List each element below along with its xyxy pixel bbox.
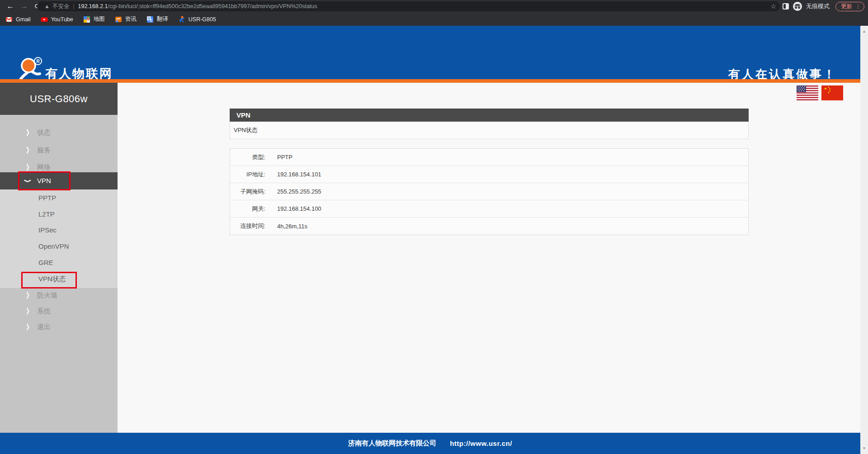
bookmarks-bar: Gmail YouTube 地图 资讯 G文 翻译 <box>0 13 868 26</box>
chevron-right-icon: ❯ <box>25 319 30 335</box>
sidebar-item-gre[interactable]: GRE <box>0 255 118 271</box>
incognito-mode-label: 无痕模式 <box>806 2 830 10</box>
vpn-status-table: 类型: PPTP IP地址: 192.168.154.101 子网掩码: 255… <box>230 148 749 235</box>
gmail-icon <box>5 16 13 23</box>
sidebar-item-pptp[interactable]: PPTP <box>0 190 118 206</box>
device-name: USR-G806w <box>0 83 118 115</box>
back-icon[interactable]: ← <box>4 0 17 13</box>
browser-menu-icon[interactable]: ⋮ <box>855 4 861 9</box>
language-flags <box>797 85 843 100</box>
table-row: 类型: PPTP <box>230 149 748 166</box>
accent-divider <box>0 79 868 83</box>
footer-company: 济南有人物联网技术有限公司 <box>348 439 436 448</box>
maps-icon <box>83 16 90 23</box>
row-label: IP地址: <box>230 170 265 179</box>
row-label: 网关: <box>230 205 265 213</box>
forward-icon[interactable]: → <box>17 0 31 13</box>
url-path: /cgi-bin/luci/;stok=ff94ed500c32be2d5eaa… <box>108 3 317 9</box>
bookmark-translate[interactable]: G文 翻译 <box>146 15 168 23</box>
url-separator: | <box>73 3 74 9</box>
chevron-right-icon: ❯ <box>25 303 30 319</box>
incognito-icon <box>793 2 802 11</box>
page-scrollbar[interactable]: ▲ ▼ <box>860 26 868 454</box>
bookmark-usr-g805[interactable]: USR-G805 <box>178 16 216 23</box>
svg-text:文: 文 <box>150 19 153 23</box>
cn-flag-icon[interactable] <box>821 85 843 100</box>
translate-icon: G文 <box>146 16 154 23</box>
sidebar-item-ipsec[interactable]: IPSec <box>0 222 118 238</box>
sidebar-item-vpn[interactable]: ❯ VPN <box>0 172 118 189</box>
browser-toolbar: ← → ⟳ ▲ 不安全 | 192.168.2.1 /cgi-bin/luci/… <box>0 0 868 13</box>
table-row: 网关: 192.168.154.100 <box>230 200 748 218</box>
sidebar-item-firewall[interactable]: ❯ 防火墙 <box>0 287 118 303</box>
side-panel-icon[interactable] <box>783 3 789 9</box>
sidebar-item-vpn-status[interactable]: VPN状态 <box>0 271 118 287</box>
screen: ← → ⟳ ▲ 不安全 | 192.168.2.1 /cgi-bin/luci/… <box>0 0 868 454</box>
sidebar-item-l2tp[interactable]: L2TP <box>0 206 118 222</box>
bookmark-news[interactable]: 资讯 <box>115 15 137 23</box>
row-value: 4h,26m,11s <box>277 223 307 230</box>
sidebar: USR-G806w ❯ 状态 ❯ 服务 ❯ 网络 ❯ VPN PPTP L2TP… <box>0 83 118 433</box>
row-value: 192.168.154.101 <box>277 171 321 178</box>
chevron-right-icon: ❯ <box>25 142 30 158</box>
ssl-warning-icon: ▲ <box>44 3 50 9</box>
bookmark-star-icon[interactable]: ☆ <box>770 1 776 11</box>
news-icon <box>115 16 122 23</box>
footer-website-link[interactable]: http://www.usr.cn/ <box>450 440 512 447</box>
sidebar-item-logout[interactable]: ❯ 退出 <box>0 319 118 335</box>
bookmark-gmail[interactable]: Gmail <box>5 16 31 23</box>
chevron-down-icon: ❯ <box>25 172 30 189</box>
bookmark-maps[interactable]: 地图 <box>83 15 105 23</box>
table-row: 子网掩码: 255.255.255.255 <box>230 183 748 200</box>
table-row: IP地址: 192.168.154.101 <box>230 166 748 183</box>
panel-subtitle: VPN状态 <box>230 122 749 139</box>
sidebar-item-openvpn[interactable]: OpenVPN <box>0 238 118 255</box>
row-label: 类型: <box>230 153 265 161</box>
chevron-right-icon: ❯ <box>25 124 30 141</box>
update-button[interactable]: 更新 ⋮ <box>835 2 864 11</box>
us-flag-icon[interactable] <box>797 85 818 100</box>
security-label: 不安全 <box>52 3 70 10</box>
site-header: R 有人物联网 工业物联网通信专家 有人在认真做事！ <box>0 26 860 79</box>
usr-favicon-icon <box>178 16 185 23</box>
url-host: 192.168.2.1 <box>78 3 108 9</box>
toolbar-right-cluster: 无痕模式 更新 ⋮ <box>783 0 864 13</box>
sidebar-item-services[interactable]: ❯ 服务 <box>0 142 118 158</box>
row-label: 子网掩码: <box>230 188 265 196</box>
update-label: 更新 <box>841 3 852 10</box>
row-value: 192.168.154.100 <box>277 205 321 212</box>
youtube-icon <box>41 16 48 23</box>
chevron-right-icon: ❯ <box>25 287 30 303</box>
sidebar-item-system[interactable]: ❯ 系统 <box>0 303 118 319</box>
sidebar-item-status[interactable]: ❯ 状态 <box>0 124 118 141</box>
bookmark-youtube[interactable]: YouTube <box>41 16 73 23</box>
svg-text:R: R <box>36 59 40 64</box>
row-value: 255.255.255.255 <box>277 188 321 195</box>
scrollbar-up-icon[interactable]: ▲ <box>860 28 868 35</box>
page-footer: 济南有人物联网技术有限公司 http://www.usr.cn/ <box>0 433 860 454</box>
scrollbar-down-icon[interactable]: ▼ <box>860 445 868 452</box>
row-value: PPTP <box>277 154 292 161</box>
row-label: 连接时间: <box>230 222 265 230</box>
panel-title: VPN <box>230 109 749 122</box>
url-bar[interactable]: ▲ 不安全 | 192.168.2.1 /cgi-bin/luci/;stok=… <box>37 1 780 11</box>
table-row: 连接时间: 4h,26m,11s <box>230 218 748 235</box>
